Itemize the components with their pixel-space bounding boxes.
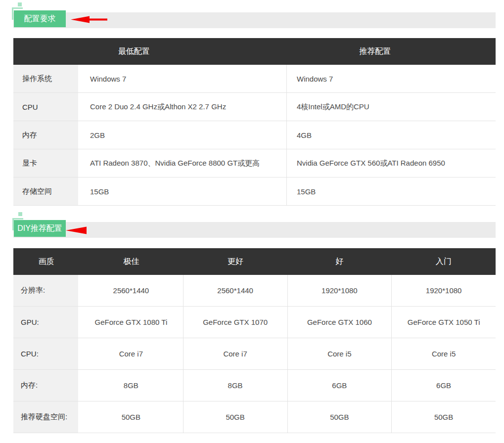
row-label-cpu: CPU: [13,338,79,369]
column-header-quality: 画质 [13,248,79,275]
cell-storage-minimum: 15GB [79,177,287,205]
cell-resolution-entry: 1920*1080 [392,275,496,306]
cell-os-recommended: Windows 7 [287,65,496,92]
table-row: CPU: Core i7 Core i7 Core i5 Core i5 [13,338,496,370]
cell-ram-recommended: 4GB [287,121,496,149]
column-header-good: 好 [287,248,392,275]
cell-gpu-good: GeForce GTX 1060 [288,307,392,338]
cell-cpu-entry: Core i5 [392,338,496,369]
red-arrow-shape [71,16,107,23]
table-row: 存储空间 15GB 15GB [13,177,496,206]
corner-bracket-icon [12,7,23,9]
requirements-table-header: 最低配置 推荐配置 [13,38,496,65]
diy-table-header: 画质 极佳 更好 好 入门 [13,248,496,275]
row-label-gpu: 显卡 [13,149,79,177]
requirements-table: 最低配置 推荐配置 操作系统 Windows 7 Windows 7 CPU C… [13,38,496,206]
corner-square-icon [18,2,22,6]
row-label-resolution: 分辨率: [13,275,79,306]
table-row: GPU: GeForce GTX 1080 Ti GeForce GTX 107… [13,307,496,338]
cell-disk-entry: 50GB [392,401,496,433]
cell-cpu-ultra: Core i7 [79,338,183,369]
section-bar-requirements: 配置要求 [13,12,496,28]
corner-bracket-icon [12,218,23,220]
row-label-storage: 存储空间 [13,177,79,205]
row-label-cpu: CPU [13,93,79,121]
cell-resolution-better: 2560*1440 [183,275,288,306]
column-header-better: 更好 [183,248,288,275]
table-row: 显卡 ATI Radeon 3870、Nvidia GeForce 8800 G… [13,149,496,177]
cell-gpu-minimum: ATI Radeon 3870、Nvidia GeForce 8800 GT或更… [79,149,287,177]
row-label-os: 操作系统 [13,65,79,92]
cell-cpu-better: Core i7 [183,338,288,369]
cell-gpu-ultra: GeForce GTX 1080 Ti [79,307,183,338]
table-row: CPU Core 2 Duo 2.4 GHz或Althon X2 2.7 GHz… [13,93,496,121]
table-row: 内存: 8GB 8GB 6GB 6GB [13,370,496,401]
cell-disk-better: 50GB [183,401,288,433]
cell-gpu-better: GeForce GTX 1070 [183,307,288,338]
corner-square-icon [18,212,22,216]
column-header-ultra: 极佳 [79,248,183,275]
section-badge-requirements: 配置要求 [14,10,66,27]
cell-ram-entry: 6GB [392,370,496,401]
cell-os-minimum: Windows 7 [79,65,287,92]
table-row: 分辨率: 2560*1440 2560*1440 1920*1080 1920*… [13,275,496,307]
table-row: 内存 2GB 4GB [13,121,496,149]
column-header-recommended: 推荐配置 [255,38,496,65]
cell-resolution-ultra: 2560*1440 [79,275,183,306]
red-arrow-left-icon [71,16,108,24]
red-arrow-left-icon [66,226,87,234]
row-label-ram: 内存: [13,370,79,401]
cell-ram-minimum: 2GB [79,121,287,149]
cell-ram-good: 6GB [288,370,392,401]
row-label-disk: 推荐硬盘空间: [13,401,79,433]
row-label-ram: 内存 [13,121,79,149]
cell-cpu-good: Core i5 [288,338,392,369]
table-row: 推荐硬盘空间: 50GB 50GB 50GB 50GB [13,401,496,433]
section-bar-diy: DIY推荐配置 [13,222,496,238]
cell-ram-ultra: 8GB [79,370,183,401]
column-header-minimum: 最低配置 [13,38,255,65]
table-row: 操作系统 Windows 7 Windows 7 [13,65,496,93]
diy-config-table: 画质 极佳 更好 好 入门 分辨率: 2560*1440 2560*1440 1… [13,248,496,433]
page-content: 配置要求 最低配置 推荐配置 操作系统 Windows 7 Windows 7 … [13,12,496,433]
cell-storage-recommended: 15GB [287,177,496,205]
column-header-entry: 入门 [392,248,496,275]
corner-bracket-icon [12,7,13,20]
cell-disk-good: 50GB [288,401,392,433]
section-badge-diy: DIY推荐配置 [14,220,66,237]
cell-gpu-recommended: Nvidia GeForce GTX 560或ATI Radeon 6950 [287,149,496,177]
cell-cpu-minimum: Core 2 Duo 2.4 GHz或Althon X2 2.7 GHz [79,93,287,121]
cell-resolution-good: 1920*1080 [288,275,392,306]
row-label-gpu: GPU: [13,307,79,338]
cell-gpu-entry: GeForce GTX 1050 Ti [392,307,496,338]
cell-disk-ultra: 50GB [79,401,183,433]
cell-ram-better: 8GB [183,370,288,401]
cell-cpu-recommended: 4核Intel或AMD的CPU [287,93,496,121]
red-arrow-shape [66,227,87,234]
